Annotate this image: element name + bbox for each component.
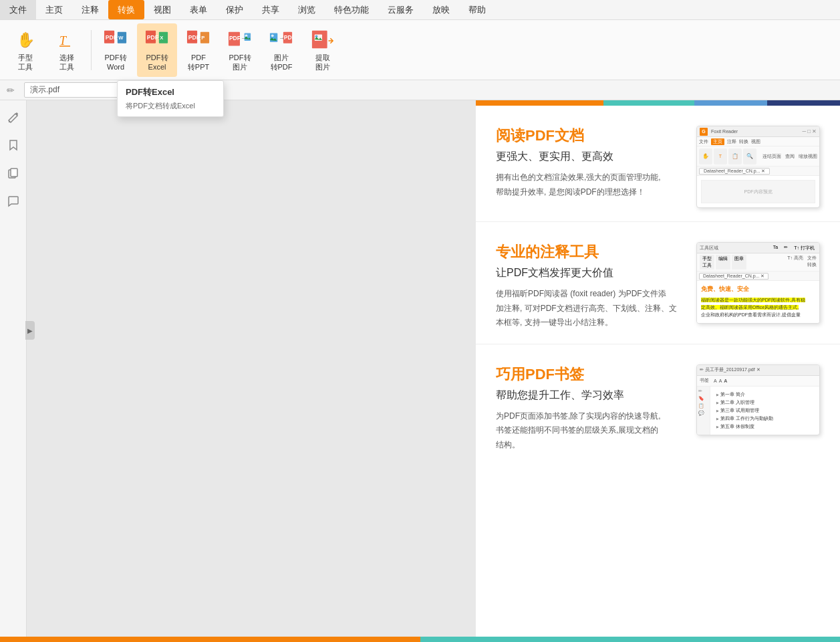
bm-item-5: 第五章 休假制度 — [714, 423, 815, 431]
bottom-segment-teal — [420, 637, 841, 642]
mini-menubar: 文件 主页 注释 转换 视图 — [697, 137, 819, 146]
menu-view[interactable]: 视图 — [144, 0, 180, 19]
feature-read-preview: G Foxit Reader ─ □ ✕ 文件 主页 — [696, 126, 820, 208]
svg-text:PDF: PDF — [284, 34, 293, 41]
mini-titlebar: G Foxit Reader ─ □ ✕ — [697, 126, 819, 137]
collapse-arrow[interactable]: ▶ — [25, 321, 35, 340]
mini-bm-content: 第一章 简介 第二章 入职管理 第三章 试用期管理 第四章 工作行为与勤缺勤 第… — [710, 387, 819, 435]
feature-bookmark-desc: 为PDF页面添加书签,除了实现内容的快速导航,书签还能指明不同书签的层级关系,展… — [496, 409, 683, 453]
toolbar: ✋ 手型工具 T 选择工具 PDF → W PDF转Word — [0, 20, 840, 80]
menu-cloud[interactable]: 云服务 — [378, 0, 423, 19]
feature-read-desc: 拥有出色的文档渲染效果,强大的页面管理功能,帮助提升效率, 是您阅读PDF的理想… — [496, 171, 683, 199]
pdf-to-excel-button[interactable]: PDF → X PDF转Excel — [137, 23, 177, 77]
feature-bookmark-title: 巧用PDF书签 — [496, 364, 683, 385]
extract-image-button[interactable]: 提取图片 — [303, 23, 343, 77]
mini-app-annotation: 工具区域 Ta ✏ T↑ 打字机 手型工具 编辑 图章 — [696, 242, 820, 324]
color-segment-blue — [694, 100, 767, 106]
color-segment-orange — [476, 100, 603, 106]
hand-tool-button[interactable]: ✋ 手型工具 — [5, 23, 45, 77]
right-panel: 阅读PDF文档 更强大、更实用、更高效 拥有出色的文档渲染效果,强大的页面管理功… — [476, 100, 840, 642]
toolbar-sep-1 — [91, 30, 92, 70]
mini-tab-bar: Datasheet_Reader_CN.p... ✕ — [697, 167, 819, 176]
select-icon: T — [55, 28, 79, 52]
feature-bookmark-section: 巧用PDF书签 帮助您提升工作、学习效率 为PDF页面添加书签,除了实现内容的快… — [476, 344, 840, 466]
feature-read-text: 阅读PDF文档 更强大、更实用、更高效 拥有出色的文档渲染效果,强大的页面管理功… — [496, 126, 683, 199]
mini-app-bookmark: ✏ 员工手册_20120917.pdf ✕ 书签 AAA ✏ 🔖 — [696, 364, 820, 435]
svg-point-23 — [271, 35, 274, 37]
pdf-word-icon: PDF → W — [104, 28, 128, 52]
mini-logo: G — [700, 128, 708, 136]
feature-bookmark-text: 巧用PDF书签 帮助您提升工作、学习效率 为PDF页面添加书签,除了实现内容的快… — [496, 364, 683, 453]
svg-text:X: X — [160, 35, 163, 41]
menu-home[interactable]: 主页 — [36, 0, 72, 19]
select-tool-label: 选择工具 — [59, 54, 74, 71]
color-bar — [476, 100, 840, 106]
pdf-to-ppt-label: PDF转PPT — [188, 54, 209, 71]
pdf-excel-icon: PDF → X — [145, 28, 169, 52]
filename-display: 演示.pdf — [24, 82, 131, 98]
pdf-to-word-button[interactable]: PDF → W PDF转Word — [96, 23, 136, 77]
feature-read-content: 阅读PDF文档 更强大、更实用、更高效 拥有出色的文档渲染效果,强大的页面管理功… — [496, 126, 820, 208]
bm-item-3: 第三章 试用期管理 — [714, 407, 815, 415]
sidebar-copy-icon[interactable] — [3, 163, 23, 183]
mini-anno-content: 免费、快速、安全 福昕阅读器是一款功能强大的PDF阅读软件,具有稳 定高效。福昕… — [697, 281, 819, 323]
svg-text:P: P — [201, 35, 204, 41]
menu-slideshow[interactable]: 放映 — [423, 0, 459, 19]
mini-toolbar: ✋ T 📋 🔍 连结页面 查阅 缩放视图 — [697, 146, 819, 167]
hand-icon: ✋ — [13, 28, 37, 52]
menu-share[interactable]: 共享 — [253, 0, 289, 19]
image-to-pdf-button[interactable]: → PDF 图片转PDF — [261, 23, 301, 77]
mini-bm-titlebar: ✏ 员工手册_20120917.pdf ✕ — [697, 365, 819, 376]
menu-file[interactable]: 文件 — [0, 0, 36, 19]
menu-protect[interactable]: 保护 — [217, 0, 253, 19]
bm-item-4: 第四章 工作行为与勤缺勤 — [714, 415, 815, 423]
mini-anno-tab-bar: Datasheet_Reader_CN.p... ✕ — [697, 272, 819, 281]
bm-item-2: 第二章 入职管理 — [714, 399, 815, 407]
feature-annotation-preview: 工具区域 Ta ✏ T↑ 打字机 手型工具 编辑 图章 — [696, 242, 820, 324]
pdf-to-ppt-button[interactable]: PDF → P PDF转PPT — [178, 23, 219, 77]
menu-convert[interactable]: 转换 — [108, 0, 144, 19]
mini-app-read: G Foxit Reader ─ □ ✕ 文件 主页 — [696, 126, 820, 208]
menubar: 文件 主页 注释 转换 视图 表单 保护 共享 浏览 特色功能 云服务 放映 帮… — [0, 0, 840, 20]
tooltip-dropdown: PDF转Excel 将PDF文档转成Excel — [117, 80, 224, 117]
extract-icon — [311, 28, 335, 52]
color-segment-darkblue — [767, 100, 840, 106]
sidebar-comment-icon[interactable] — [3, 191, 23, 211]
edit-icon: ✏ — [7, 84, 19, 96]
pdf-to-image-button[interactable]: PDF → PDF转图片 — [220, 23, 260, 77]
image-to-pdf-label: 图片转PDF — [271, 54, 293, 71]
feature-read-subtitle: 更强大、更实用、更高效 — [496, 150, 683, 164]
feature-annotation-title: 专业的注释工具 — [496, 242, 683, 262]
feature-bookmark-content: 巧用PDF书签 帮助您提升工作、学习效率 为PDF页面添加书签,除了实现内容的快… — [496, 364, 820, 453]
feature-read-section: 阅读PDF文档 更强大、更实用、更高效 拥有出色的文档渲染效果,强大的页面管理功… — [476, 106, 840, 222]
mini-anno-titlebar: 工具区域 Ta ✏ T↑ 打字机 — [697, 243, 819, 253]
pdf-ppt-icon: PDF → P — [186, 28, 211, 52]
bottom-color-bar — [0, 637, 840, 642]
menu-features[interactable]: 特色功能 — [325, 0, 378, 19]
select-tool-button[interactable]: T 选择工具 — [47, 23, 87, 77]
sidebar — [0, 100, 27, 642]
menu-annotation[interactable]: 注释 — [72, 0, 108, 19]
menu-browse[interactable]: 浏览 — [289, 0, 325, 19]
feature-bookmark-subtitle: 帮助您提升工作、学习效率 — [496, 389, 683, 403]
document-area — [27, 100, 476, 642]
pdf-to-excel-label: PDF转Excel — [146, 54, 168, 71]
svg-rect-20 — [245, 33, 251, 41]
menu-help[interactable]: 帮助 — [459, 0, 495, 19]
bm-item-1: 第一章 简介 — [714, 391, 815, 399]
feature-annotation-content: 专业的注释工具 让PDF文档发挥更大价值 使用福昕PDF阅读器 (foxit r… — [496, 242, 820, 330]
feature-annotation-section: 专业的注释工具 让PDF文档发挥更大价值 使用福昕PDF阅读器 (foxit r… — [476, 222, 840, 344]
pdf-to-image-label: PDF转图片 — [229, 54, 251, 71]
extract-image-label: 提取图片 — [315, 54, 330, 71]
main-area: ▶ 阅读PDF文档 更强大、更实用、更高效 拥有出色的文档渲染效果,强大的页面管… — [0, 100, 840, 642]
bottom-segment-orange — [0, 637, 420, 642]
svg-text:PDF: PDF — [229, 35, 241, 41]
sidebar-bookmark-icon[interactable] — [3, 135, 23, 155]
sidebar-pencil-icon[interactable] — [3, 107, 23, 127]
pdf-image-icon: PDF → — [228, 28, 252, 52]
pdf-to-word-label: PDF转Word — [105, 54, 127, 71]
feature-annotation-text: 专业的注释工具 让PDF文档发挥更大价值 使用福昕PDF阅读器 (foxit r… — [496, 242, 683, 330]
feature-annotation-subtitle: 让PDF文档发挥更大价值 — [496, 266, 683, 280]
menu-form[interactable]: 表单 — [180, 0, 217, 19]
feature-annotation-desc: 使用福昕PDF阅读器 (foxit reader) 为PDF文件添加注释, 可对… — [496, 287, 683, 330]
